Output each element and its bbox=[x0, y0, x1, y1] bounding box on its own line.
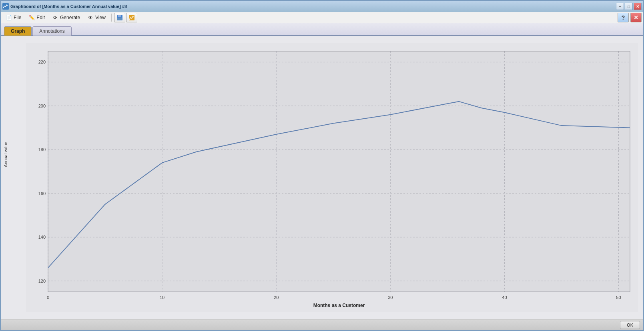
title-bar: Graphboard of [Months as a Customer Annu… bbox=[1, 1, 643, 12]
file-icon: 📄 bbox=[6, 14, 12, 21]
menu-bar: 📄 File ✏️ Edit ⟳ Generate 👁 View bbox=[1, 12, 643, 23]
svg-text:10: 10 bbox=[160, 295, 165, 300]
svg-text:120: 120 bbox=[38, 279, 46, 283]
menu-view-label: View bbox=[95, 15, 106, 20]
menu-generate[interactable]: ⟳ Generate bbox=[49, 14, 83, 22]
svg-text:20: 20 bbox=[274, 295, 279, 300]
chart-container: 12014016018020022001020304050Months as a… bbox=[26, 43, 638, 312]
menu-file[interactable]: 📄 File bbox=[2, 14, 24, 22]
menu-edit[interactable]: ✏️ Edit bbox=[25, 14, 48, 22]
toolbar-btn-1[interactable] bbox=[114, 13, 125, 22]
maximize-button[interactable]: □ bbox=[625, 3, 633, 10]
svg-text:160: 160 bbox=[38, 191, 46, 196]
y-axis-label: Annual value bbox=[3, 142, 8, 167]
svg-text:140: 140 bbox=[38, 235, 46, 239]
tab-annotations[interactable]: Annotations bbox=[32, 26, 71, 36]
view-icon: 👁 bbox=[87, 14, 94, 21]
svg-text:220: 220 bbox=[38, 60, 46, 64]
window-icon bbox=[2, 3, 9, 10]
tab-graph[interactable]: Graph bbox=[4, 26, 32, 36]
menu-file-label: File bbox=[14, 15, 21, 20]
chart-icon bbox=[128, 14, 135, 21]
status-bar: OK bbox=[1, 319, 643, 330]
generate-icon: ⟳ bbox=[52, 14, 58, 21]
edit-icon: ✏️ bbox=[28, 14, 35, 21]
menu-generate-label: Generate bbox=[60, 15, 80, 20]
toolbar-separator bbox=[111, 14, 112, 22]
svg-rect-5 bbox=[48, 51, 630, 292]
minimize-button[interactable]: − bbox=[616, 3, 624, 10]
menu-view[interactable]: 👁 View bbox=[84, 14, 109, 22]
ok-button[interactable]: OK bbox=[620, 321, 640, 329]
svg-text:50: 50 bbox=[616, 295, 621, 300]
window-title: Graphboard of [Months as a Customer Annu… bbox=[10, 4, 614, 9]
toolbar-btn-2[interactable] bbox=[126, 13, 137, 22]
svg-rect-2 bbox=[118, 15, 121, 17]
help-button[interactable]: ? bbox=[618, 13, 629, 22]
chart-svg: 12014016018020022001020304050Months as a… bbox=[26, 43, 638, 312]
main-window: Graphboard of [Months as a Customer Annu… bbox=[0, 0, 644, 331]
chart-area: Annual value 120140160180200220010203040… bbox=[1, 36, 643, 319]
svg-text:180: 180 bbox=[38, 147, 46, 152]
window-controls: − □ ✕ bbox=[616, 3, 642, 10]
svg-rect-4 bbox=[129, 15, 134, 20]
svg-text:0: 0 bbox=[47, 295, 49, 300]
save-icon bbox=[116, 14, 123, 21]
svg-text:200: 200 bbox=[38, 104, 46, 108]
right-buttons: ? ✕ bbox=[618, 13, 642, 22]
menu-edit-label: Edit bbox=[36, 15, 45, 20]
svg-text:Months as a Customer: Months as a Customer bbox=[313, 303, 365, 308]
close-button[interactable]: ✕ bbox=[630, 13, 642, 22]
window-close-button[interactable]: ✕ bbox=[634, 3, 642, 10]
svg-rect-3 bbox=[117, 18, 122, 20]
svg-text:40: 40 bbox=[502, 295, 507, 300]
svg-text:30: 30 bbox=[388, 295, 393, 300]
tabs-bar: Graph Annotations bbox=[1, 23, 643, 36]
